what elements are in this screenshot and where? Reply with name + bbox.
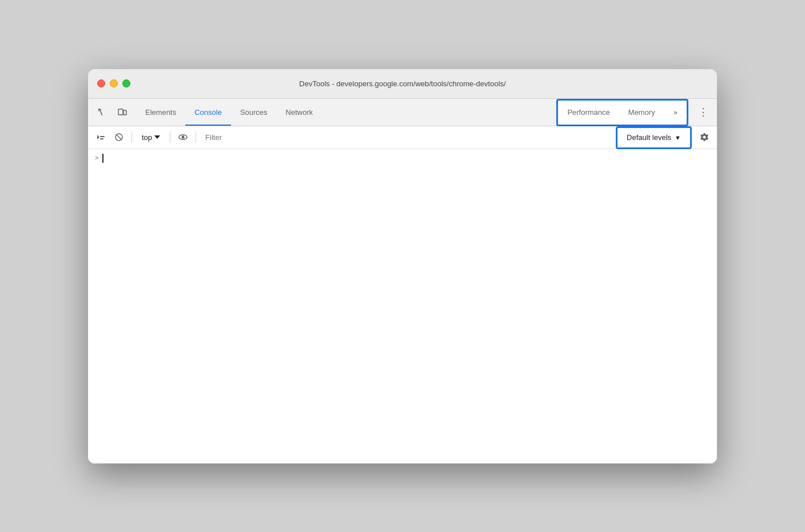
tab-elements[interactable]: Elements <box>136 98 185 126</box>
default-levels-label: Default levels <box>627 133 671 142</box>
devtools-tabs-bar: Elements Console Sources Network Perform… <box>88 99 717 126</box>
console-cursor <box>102 154 103 163</box>
devtools-panel: Elements Console Sources Network Perform… <box>88 99 717 463</box>
tab-network[interactable]: Network <box>277 98 322 126</box>
titlebar: DevTools - developers.google.com/web/too… <box>88 69 717 99</box>
tab-sources[interactable]: Sources <box>231 98 277 126</box>
svg-rect-3 <box>100 136 105 137</box>
close-button[interactable] <box>97 79 105 87</box>
eye-live-expressions-button[interactable] <box>175 129 191 145</box>
toolbar-separator-2 <box>170 131 170 143</box>
inspect-element-icon[interactable] <box>93 103 111 121</box>
svg-marker-2 <box>97 135 99 139</box>
toolbar-separator-1 <box>131 131 132 143</box>
svg-line-6 <box>117 135 121 139</box>
show-console-drawer-button[interactable] <box>93 129 109 145</box>
console-prompt-line: > <box>95 154 710 163</box>
console-content[interactable]: > <box>88 149 717 463</box>
default-levels-highlight-box: Default levels ▼ <box>616 126 692 149</box>
toolbar-separator-3 <box>196 131 196 143</box>
tab-memory-partial[interactable]: Memory <box>619 101 664 125</box>
window-title: DevTools - developers.google.com/web/too… <box>299 79 505 88</box>
tab-console[interactable]: Console <box>185 98 231 126</box>
minimize-button[interactable] <box>110 79 118 87</box>
maximize-button[interactable] <box>122 79 130 87</box>
console-toolbar: top Default levels <box>88 126 717 149</box>
highlighted-tabs-box: Performance Memory » <box>556 99 688 126</box>
tab-icons-left <box>93 103 131 121</box>
console-toolbar-container: top Default levels <box>88 126 717 149</box>
device-mode-icon[interactable] <box>113 103 131 121</box>
console-settings-button[interactable] <box>696 129 712 145</box>
svg-point-8 <box>182 136 185 139</box>
devtools-window: DevTools - developers.google.com/web/too… <box>88 69 717 463</box>
tabs-right: ⋮ <box>694 103 712 121</box>
svg-rect-0 <box>118 109 123 115</box>
clear-console-button[interactable] <box>111 129 127 145</box>
traffic-lights <box>97 79 130 87</box>
svg-rect-4 <box>100 138 103 139</box>
prompt-chevron-icon: > <box>95 155 99 162</box>
more-tabs-button[interactable]: ⋮ <box>694 103 712 121</box>
tab-performance-partial[interactable]: Performance <box>558 101 619 125</box>
default-levels-chevron-icon: ▼ <box>675 134 681 141</box>
frame-selector[interactable]: top <box>137 129 165 145</box>
tab-overflow-chevron[interactable]: » <box>664 101 687 125</box>
svg-rect-1 <box>123 110 126 115</box>
